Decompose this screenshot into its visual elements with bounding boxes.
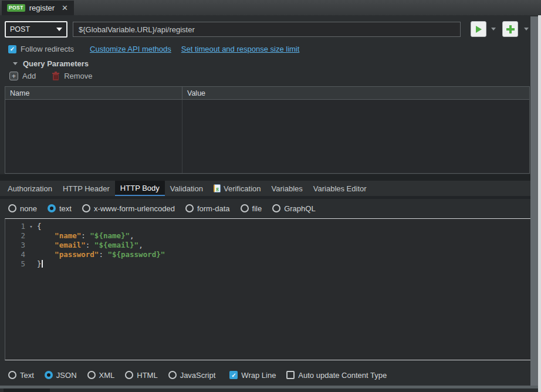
chevron-down-icon	[56, 28, 62, 31]
add-parameter-button[interactable]: + Add	[9, 72, 36, 80]
set-timeout-link[interactable]: Set timeout and response size limit	[181, 45, 300, 53]
groovy-script-icon: g	[214, 184, 221, 192]
checkbox-checked-icon: ✓	[229, 371, 238, 379]
tab-variables-editor[interactable]: Variables Editor	[308, 181, 372, 196]
http-body-code-editor[interactable]: 1 ▾ { 2 "name": "${name}", 3 "email": "$…	[5, 218, 530, 360]
request-url-input[interactable]: ${GlobalVariable.URL}/api/register	[73, 22, 461, 37]
checkbox-unchecked-icon	[286, 371, 295, 379]
editor-tab-register[interactable]: POST register ✕	[2, 1, 74, 15]
text-cursor	[42, 260, 43, 268]
table-header-row: Name Value	[5, 87, 529, 100]
column-header-value[interactable]: Value	[182, 87, 529, 99]
radio-icon	[241, 204, 249, 212]
radio-selected-icon	[48, 204, 56, 212]
tab-http-body[interactable]: HTTP Body	[115, 181, 165, 196]
add-options-chevron-icon[interactable]	[524, 28, 529, 31]
body-type-selector: none text x-www-form-urlencoded form-dat…	[8, 203, 326, 214]
tabs-underline-strip	[0, 196, 530, 199]
radio-icon	[8, 204, 16, 212]
radio-icon	[87, 371, 96, 379]
radio-form-data[interactable]: form-data	[185, 204, 230, 213]
run-request-button[interactable]	[471, 21, 486, 37]
radio-format-text[interactable]: Text	[8, 371, 34, 380]
query-parameters-actions: + Add Remove	[9, 71, 93, 81]
http-method-select[interactable]: POST	[5, 21, 67, 38]
bottom-panel-strip	[0, 388, 538, 392]
radio-graphql[interactable]: GraphQL	[272, 204, 315, 213]
follow-redirects-label: Follow redirects	[21, 45, 74, 53]
column-header-name[interactable]: Name	[5, 87, 182, 99]
code-line: 3 "email": "${email}",	[5, 241, 530, 250]
close-icon[interactable]: ✕	[62, 4, 68, 12]
http-method-value: POST	[10, 25, 30, 33]
add-icon: +	[9, 72, 18, 80]
line-number: 1	[5, 222, 25, 231]
radio-format-json[interactable]: JSON	[45, 371, 77, 380]
remove-parameter-label: Remove	[64, 72, 92, 80]
check-icon: ✓	[231, 372, 236, 379]
editor-tab-title: register	[29, 4, 55, 12]
code-line: 2 "name": "${name}",	[5, 231, 530, 241]
body-format-selector: Text JSON XML HTML JavaScript ✓ Wrap Lin…	[8, 370, 397, 380]
radio-none[interactable]: none	[8, 204, 37, 213]
window-right-edge	[538, 15, 541, 392]
panel-divider	[0, 174, 541, 181]
add-request-button[interactable]	[502, 21, 518, 37]
trash-icon	[52, 72, 60, 80]
code-line: 1 ▾ {	[5, 222, 530, 231]
plus-icon	[506, 25, 515, 33]
line-number: 4	[5, 250, 25, 259]
bottom-tab-stub	[4, 388, 50, 392]
vertical-scrollbar[interactable]	[530, 16, 538, 386]
tab-verification[interactable]: g Verification	[208, 181, 266, 196]
play-icon	[475, 25, 482, 33]
radio-text[interactable]: text	[48, 204, 72, 213]
radio-icon	[82, 204, 90, 212]
tab-validation[interactable]: Validation	[165, 181, 208, 196]
radio-icon	[8, 371, 16, 379]
query-parameters-header[interactable]: Query Parameters	[13, 59, 89, 68]
follow-redirects-checkbox[interactable]: ✓	[8, 45, 16, 53]
collapse-triangle-icon	[13, 62, 18, 65]
table-body-empty[interactable]	[5, 100, 529, 173]
request-toolbar: POST ${GlobalVariable.URL}/api/register	[0, 21, 541, 38]
tab-http-header[interactable]: HTTP Header	[58, 181, 115, 196]
tab-authorization[interactable]: Authorization	[2, 181, 58, 196]
auto-update-content-type-checkbox[interactable]: Auto update Content Type	[286, 371, 387, 380]
radio-format-html[interactable]: HTML	[125, 371, 157, 380]
line-number: 2	[5, 231, 25, 241]
web-service-request-window: POST register ✕ POST ${GlobalVariable.UR…	[0, 0, 541, 392]
line-number: 3	[5, 241, 25, 250]
radio-format-javascript[interactable]: JavaScript	[168, 371, 216, 380]
request-options-row: ✓ Follow redirects Customize API methods…	[8, 44, 299, 54]
radio-icon	[168, 371, 177, 379]
customize-api-methods-link[interactable]: Customize API methods	[90, 45, 171, 53]
radio-icon	[125, 371, 133, 379]
radio-icon	[272, 204, 280, 212]
radio-icon	[185, 204, 194, 212]
query-parameters-title: Query Parameters	[23, 59, 89, 68]
code-line: 5 }	[5, 259, 530, 269]
radio-file[interactable]: file	[241, 204, 262, 213]
radio-x-www-form-urlencoded[interactable]: x-www-form-urlencoded	[82, 204, 175, 213]
query-parameters-table: Name Value	[5, 86, 530, 174]
tab-variables[interactable]: Variables	[266, 181, 308, 196]
fold-triangle-icon[interactable]: ▾	[25, 222, 37, 231]
editor-tab-bar: POST register ✕	[0, 0, 541, 15]
code-line: 4 "password": "${password}"	[5, 250, 530, 259]
radio-selected-icon	[45, 371, 53, 379]
radio-format-xml[interactable]: XML	[87, 371, 115, 380]
wrap-line-checkbox[interactable]: ✓ Wrap Line	[229, 371, 276, 380]
request-section-tabs: Authorization HTTP Header HTTP Body Vali…	[0, 181, 530, 196]
run-options-chevron-icon[interactable]	[491, 28, 496, 31]
remove-parameter-button[interactable]: Remove	[52, 72, 92, 80]
line-number: 5	[5, 259, 25, 269]
add-parameter-label: Add	[22, 72, 36, 80]
request-url-value: ${GlobalVariable.URL}/api/register	[79, 25, 195, 34]
check-icon: ✓	[10, 46, 15, 52]
post-method-badge: POST	[7, 4, 25, 12]
